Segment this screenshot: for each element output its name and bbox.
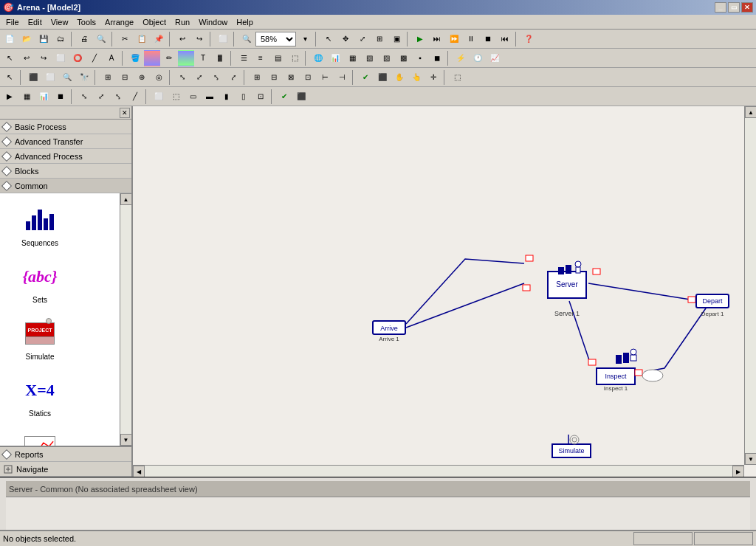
panel-scroll-track[interactable] bbox=[120, 205, 131, 434]
zoom-dropdown-btn[interactable]: ▾ bbox=[297, 31, 313, 47]
open-btn[interactable]: 📂 bbox=[18, 31, 35, 47]
fastforward-btn[interactable]: ⏩ bbox=[446, 31, 462, 47]
reset-btn[interactable]: ⏮ bbox=[497, 31, 513, 47]
nav-advanced-transfer[interactable]: Advanced Transfer bbox=[0, 134, 131, 149]
rect8-btn[interactable]: ⊡ bbox=[252, 89, 269, 105]
anim-btn[interactable]: ⚡ bbox=[453, 50, 469, 66]
run-btn[interactable]: ▶ bbox=[412, 31, 428, 47]
zoom-out-btn[interactable]: 🔍 bbox=[238, 31, 255, 47]
validate-btn[interactable]: ⬛ bbox=[374, 69, 391, 86]
move-btn[interactable]: ✥ bbox=[337, 31, 354, 47]
distribute-v-btn[interactable]: ⊡ bbox=[300, 69, 316, 86]
menu-tools[interactable]: Tools bbox=[72, 16, 100, 28]
plot-btn[interactable]: 📈 bbox=[487, 50, 503, 66]
step-btn[interactable]: ⏭ bbox=[429, 31, 445, 47]
view-btn[interactable]: ⬜ bbox=[215, 31, 231, 47]
bar6-btn[interactable]: ◼ bbox=[429, 50, 445, 66]
bar3-btn[interactable]: ▨ bbox=[378, 50, 394, 66]
undo2-btn[interactable]: ↩ bbox=[18, 50, 35, 66]
align-h-btn[interactable]: ⊞ bbox=[249, 69, 265, 86]
select-btn[interactable]: ↖ bbox=[320, 31, 337, 47]
panel-scroll-up[interactable]: ▲ bbox=[120, 193, 132, 205]
panel-item-statics[interactable]: X=4 Statics bbox=[3, 367, 77, 424]
line-color-btn[interactable]: ✏ bbox=[161, 50, 177, 66]
route3-btn[interactable]: ⤡ bbox=[76, 89, 92, 105]
sim-chart-btn[interactable]: 📊 bbox=[35, 89, 52, 105]
distribute-h-btn[interactable]: ⊠ bbox=[283, 69, 299, 86]
more-btn[interactable]: ⬚ bbox=[449, 69, 465, 86]
bar-btn[interactable]: ▦ bbox=[344, 50, 360, 66]
fill-btn[interactable]: 🪣 bbox=[127, 50, 143, 66]
confirm-btn[interactable]: ⬛ bbox=[293, 89, 309, 105]
snap-btn[interactable]: ⊕ bbox=[134, 69, 150, 86]
chart-btn[interactable]: 📊 bbox=[327, 50, 343, 66]
redo-btn[interactable]: ↪ bbox=[191, 31, 207, 47]
nav-advanced-process[interactable]: Advanced Process bbox=[0, 149, 131, 164]
align-left-btn[interactable]: ☰ bbox=[236, 50, 252, 66]
bar5-btn[interactable]: ▪ bbox=[412, 50, 428, 66]
nav-reports[interactable]: Reports bbox=[0, 447, 131, 462]
panel-item-stats[interactable]: Stats bbox=[3, 424, 77, 446]
menu-object[interactable]: Object bbox=[138, 16, 171, 28]
ellipse-btn[interactable]: ⭕ bbox=[69, 50, 86, 66]
rect-btn[interactable]: ⬜ bbox=[52, 50, 69, 66]
menu-run[interactable]: Run bbox=[171, 16, 194, 28]
rect7-btn[interactable]: ▯ bbox=[236, 89, 252, 105]
panel-item-sets[interactable]: {abc} Sets bbox=[3, 253, 77, 310]
restore-btn[interactable]: ▭ bbox=[728, 2, 740, 13]
hand-btn[interactable]: ✋ bbox=[391, 69, 408, 86]
toolbar-btn2[interactable]: ▣ bbox=[388, 31, 405, 47]
sim-run-btn[interactable]: ▶ bbox=[1, 89, 18, 105]
minimize-btn[interactable]: _ bbox=[715, 2, 726, 13]
rect2-btn[interactable]: ⬜ bbox=[151, 89, 167, 105]
globe-btn[interactable]: 🌐 bbox=[310, 50, 326, 66]
path-btn[interactable]: ⤢ bbox=[93, 89, 109, 105]
save-all-btn[interactable]: 🗂 bbox=[52, 31, 69, 47]
new-btn[interactable]: 📄 bbox=[1, 31, 18, 47]
zoom-area-btn[interactable]: 🔭 bbox=[76, 69, 92, 86]
menu-arrange[interactable]: Arrange bbox=[100, 16, 138, 28]
nav-navigate[interactable]: Navigate bbox=[0, 462, 131, 477]
copy-btn[interactable]: 📋 bbox=[134, 31, 150, 47]
menu-help[interactable]: Help bbox=[232, 16, 258, 28]
pointer-btn[interactable]: ↖ bbox=[1, 69, 18, 86]
check2-btn[interactable]: ✔ bbox=[276, 89, 292, 105]
route2-btn[interactable]: ⤤ bbox=[225, 69, 241, 86]
zoom-in2-btn[interactable]: 🔍 bbox=[59, 69, 75, 86]
select-box-btn[interactable]: ⬜ bbox=[42, 69, 58, 86]
rect6-btn[interactable]: ▮ bbox=[219, 89, 235, 105]
grid-btn[interactable]: ⊞ bbox=[100, 69, 116, 86]
line-color2-btn[interactable] bbox=[178, 50, 194, 66]
connect3-btn[interactable]: ⤢ bbox=[191, 69, 207, 86]
print-preview-btn[interactable]: 🔍 bbox=[93, 31, 109, 47]
snap2-btn[interactable]: ◎ bbox=[151, 69, 167, 86]
text-btn[interactable]: A bbox=[103, 50, 120, 66]
panel-item-simulate[interactable]: PROJECT Simulate bbox=[3, 310, 77, 367]
cut-btn[interactable]: ✂ bbox=[117, 31, 133, 47]
nav-blocks[interactable]: Blocks bbox=[0, 164, 131, 179]
menu-edit[interactable]: Edit bbox=[24, 16, 47, 28]
menu-window[interactable]: Window bbox=[194, 16, 232, 28]
same-h-btn[interactable]: ⊣ bbox=[334, 69, 350, 86]
sim-stop-btn[interactable]: ⏹ bbox=[52, 89, 69, 105]
rect3-btn[interactable]: ⬚ bbox=[168, 89, 184, 105]
help-btn[interactable]: ❓ bbox=[520, 31, 537, 47]
rect4-btn[interactable]: ▭ bbox=[185, 89, 201, 105]
canvas-scroll-v-track[interactable] bbox=[745, 118, 756, 453]
align-v-btn[interactable]: ⊟ bbox=[266, 69, 282, 86]
pause-btn[interactable]: ⏸ bbox=[463, 31, 479, 47]
close-btn[interactable]: ✕ bbox=[741, 2, 753, 13]
panel-scroll-down[interactable]: ▼ bbox=[120, 434, 132, 446]
line-btn[interactable]: ╱ bbox=[86, 50, 103, 66]
fill-color-btn[interactable] bbox=[144, 50, 160, 66]
arrow-btn[interactable]: ↖ bbox=[1, 50, 18, 66]
route-btn[interactable]: ⤣ bbox=[208, 69, 224, 86]
stop-btn[interactable]: ⏹ bbox=[480, 31, 496, 47]
crosshair-btn[interactable]: ✛ bbox=[425, 69, 441, 86]
select-all-btn[interactable]: ⬛ bbox=[25, 69, 41, 86]
canvas-scroll-right[interactable]: ▶ bbox=[732, 466, 744, 477]
check-btn[interactable]: ✔ bbox=[357, 69, 374, 86]
panel-item-sequences[interactable]: Sequences bbox=[3, 196, 77, 253]
connect2-btn[interactable]: ⤡ bbox=[174, 69, 190, 86]
connect-btn[interactable]: ⤢ bbox=[354, 31, 371, 47]
